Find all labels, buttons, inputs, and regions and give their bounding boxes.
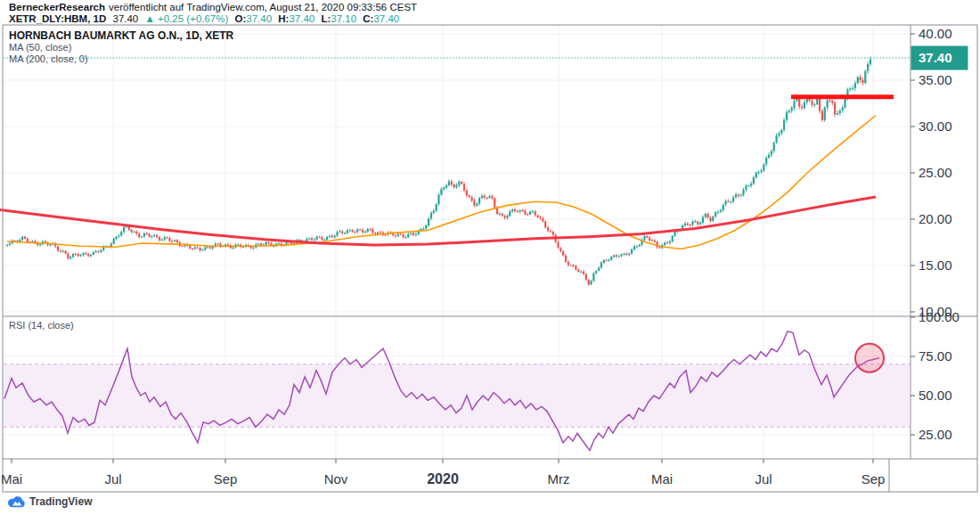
publish-info: BerneckerResearchveröffentlicht auf Trad… (9, 2, 417, 13)
year-tick-label: 2020 (427, 471, 459, 486)
ma200-legend[interactable]: MA (200, close, 0) (9, 53, 88, 64)
up-bodies (6, 60, 871, 284)
rsi-tick-label: 50.00 (919, 388, 952, 403)
month-tick-label: Jul (755, 471, 772, 486)
tradingview-logo-icon (7, 495, 26, 508)
rsi-band (4, 364, 910, 427)
rsi-legend[interactable]: RSI (14, close) (9, 320, 74, 331)
rsi-tick-label: 100.00 (919, 309, 960, 324)
symbol-info-bar: XETR_DLY:HBM, 1D 37.40 ▲ +0.25 (+0.67%) … (9, 13, 399, 25)
low-label: L: (321, 13, 331, 24)
month-tick-label: Nov (324, 471, 348, 486)
ma50-line (7, 116, 876, 249)
symbol-interval: XETR_DLY:HBM, 1D (9, 13, 106, 24)
price-axis[interactable]: 40.0035.0030.0025.0020.0015.0010.00100.0… (911, 26, 968, 442)
price-tick-label: 35.00 (919, 72, 952, 87)
month-tick-label: Jul (104, 471, 121, 486)
candlestick-series (6, 56, 871, 285)
price-tick-label: 15.00 (919, 258, 952, 273)
price-change: ▲ +0.25 (+0.67%) (144, 13, 228, 24)
close-label: C: (363, 13, 373, 24)
down-wicks (15, 75, 863, 286)
price-tick-label: 30.00 (919, 119, 952, 134)
publish-text: veröffentlicht auf TradingView.com, Augu… (109, 2, 417, 12)
tradingview-brand-text: TradingView (29, 495, 92, 508)
ma200-line (0, 197, 876, 245)
month-tick-label: Sep (214, 471, 238, 486)
up-wicks (7, 56, 870, 285)
last-price: 37.40 (112, 13, 138, 24)
price-tick-label: 20.00 (919, 211, 952, 226)
time-axis[interactable]: MaiJulSepNov2020MrzMaiJulSep (1, 459, 885, 486)
author-name: BerneckerResearch (9, 2, 105, 12)
ma50-legend[interactable]: MA (50, close) (9, 42, 71, 53)
attribution[interactable]: TradingView (7, 495, 92, 508)
low-value: 37.10 (331, 13, 356, 24)
month-tick-label: Mai (1, 471, 22, 486)
rsi-highlight-circle[interactable] (855, 344, 884, 372)
month-tick-label: Mai (651, 471, 673, 486)
last-price-label: 37.40 (919, 50, 952, 65)
month-tick-label: Mrz (548, 471, 570, 486)
close-value: 37.40 (373, 13, 399, 24)
price-tick-label: 25.00 (919, 165, 952, 180)
rsi-tick-label: 25.00 (919, 427, 952, 442)
price-tick-label: 40.00 (919, 26, 952, 41)
open-value: 37.40 (246, 13, 272, 24)
tradingview-chart-page: 40.0035.0030.0025.0020.0015.0010.00100.0… (0, 0, 980, 515)
symbol-title: HORNBACH BAUMARKT AG O.N., 1D, XETR (9, 29, 233, 42)
open-label: O: (235, 13, 247, 24)
down-bodies (14, 78, 864, 285)
month-tick-label: Sep (862, 471, 886, 486)
rsi-tick-label: 75.00 (919, 348, 952, 364)
high-value: 37.40 (289, 13, 314, 24)
chart-canvas[interactable]: 40.0035.0030.0025.0020.0015.0010.00100.0… (0, 0, 980, 515)
high-label: H: (278, 13, 289, 24)
